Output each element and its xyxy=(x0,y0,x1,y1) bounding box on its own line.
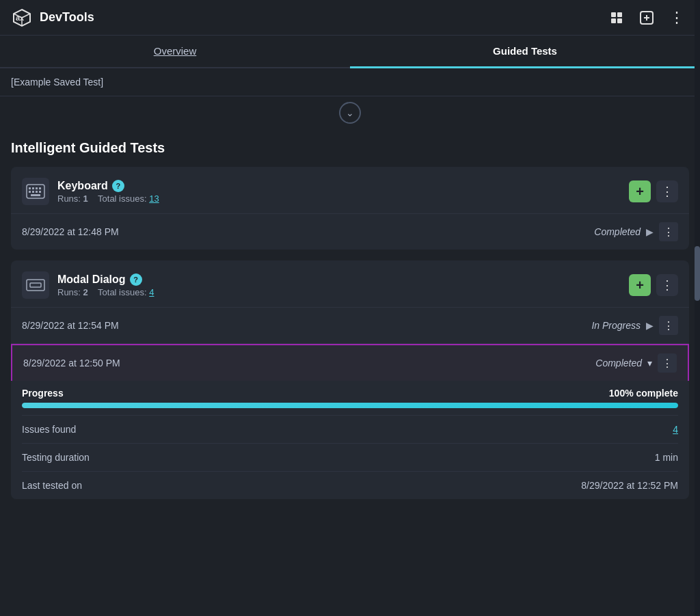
test-name-modal: Modal Dialog ? xyxy=(57,273,154,286)
modal-more-button[interactable]: ⋮ xyxy=(656,274,678,296)
svg-rect-23 xyxy=(30,283,41,287)
modal-status-text-1: In Progress xyxy=(591,320,641,331)
svg-rect-19 xyxy=(36,191,38,193)
keyboard-run-more-1[interactable]: ⋮ xyxy=(659,222,678,241)
svg-rect-15 xyxy=(36,187,38,189)
test-name-keyboard: Keyboard ? xyxy=(57,180,159,192)
modal-run-more-1[interactable]: ⋮ xyxy=(659,316,678,335)
testing-duration-value: 1 min xyxy=(655,452,678,463)
header-left: ax DevTools xyxy=(11,7,94,29)
progress-label: Progress xyxy=(22,388,64,399)
modal-run-date-1: 8/29/2022 at 12:54 PM xyxy=(22,320,119,331)
modal-status-arrow-1: ▶ xyxy=(646,320,654,331)
svg-rect-18 xyxy=(32,191,34,193)
modal-run-status-1: In Progress ▶ ⋮ xyxy=(591,316,678,335)
svg-rect-6 xyxy=(617,12,622,17)
add-tab-button[interactable] xyxy=(634,5,659,30)
keyboard-issues-link[interactable]: 13 xyxy=(149,193,159,204)
list-view-button[interactable] xyxy=(604,5,629,30)
modal-run-status-2: Completed ▾ ⋮ xyxy=(595,353,677,373)
progress-value: 100% complete xyxy=(609,388,678,399)
keyboard-icon xyxy=(22,178,49,205)
progress-bar-container xyxy=(22,403,678,408)
header-actions: ⋮ xyxy=(604,5,689,30)
progress-bar-fill xyxy=(22,403,678,408)
issues-found-row: Issues found 4 xyxy=(22,416,678,444)
issues-found-value[interactable]: 4 xyxy=(673,424,678,435)
modal-run-details: Progress 100% complete Issues found 4 Te… xyxy=(11,381,689,499)
test-card-modal-header-left: Modal Dialog ? Runs: 2 Total issues: 4 xyxy=(22,271,154,299)
test-meta-keyboard: Runs: 1 Total issues: 13 xyxy=(57,193,159,204)
modal-run-row-2[interactable]: 8/29/2022 at 12:50 PM Completed ▾ ⋮ xyxy=(11,344,689,381)
test-card-keyboard-actions: + ⋮ xyxy=(629,180,678,202)
test-card-keyboard-header: Keyboard ? Runs: 1 Total issues: 13 + ⋮ xyxy=(11,167,689,214)
modal-run-date-2: 8/29/2022 at 12:50 PM xyxy=(23,358,120,369)
scrollbar-track[interactable] xyxy=(695,0,700,616)
app-title: DevTools xyxy=(40,10,94,25)
modal-add-button[interactable]: + xyxy=(629,274,651,296)
svg-rect-8 xyxy=(617,18,622,23)
keyboard-run-date-1: 8/29/2022 at 12:48 PM xyxy=(22,226,119,237)
testing-duration-row: Testing duration 1 min xyxy=(22,444,678,472)
modal-status-arrow-2: ▾ xyxy=(647,358,652,369)
tab-bar: Overview Guided Tests xyxy=(0,36,700,68)
test-card-modal-header: Modal Dialog ? Runs: 2 Total issues: 4 +… xyxy=(11,260,689,308)
keyboard-more-button[interactable]: ⋮ xyxy=(656,180,678,202)
svg-rect-20 xyxy=(39,191,41,193)
progress-header: Progress 100% complete xyxy=(22,388,678,399)
app-header: ax DevTools ⋮ xyxy=(0,0,700,36)
keyboard-help-icon[interactable]: ? xyxy=(112,180,124,192)
test-card-modal-dialog: Modal Dialog ? Runs: 2 Total issues: 4 +… xyxy=(11,260,689,499)
section-title: Intelligent Guided Tests xyxy=(11,140,689,156)
last-tested-row: Last tested on 8/29/2022 at 12:52 PM xyxy=(22,472,678,499)
svg-rect-5 xyxy=(611,12,616,17)
breadcrumb: [Example Saved Test] xyxy=(11,77,103,88)
keyboard-run-status-1: Completed ▶ ⋮ xyxy=(594,222,678,241)
scrollbar-thumb[interactable] xyxy=(695,246,700,301)
svg-rect-16 xyxy=(39,187,41,189)
svg-rect-7 xyxy=(611,18,616,23)
keyboard-add-button[interactable]: + xyxy=(629,180,651,202)
breadcrumb-bar: [Example Saved Test] xyxy=(0,68,700,96)
svg-rect-13 xyxy=(29,187,31,189)
last-tested-label: Last tested on xyxy=(22,480,82,491)
keyboard-status-arrow-1: ▶ xyxy=(646,226,654,237)
modal-run-row-1[interactable]: 8/29/2022 at 12:54 PM In Progress ▶ ⋮ xyxy=(11,308,689,344)
modal-help-icon[interactable]: ? xyxy=(130,273,142,286)
tab-guided-tests[interactable]: Guided Tests xyxy=(350,36,700,68)
svg-rect-21 xyxy=(31,194,40,196)
svg-rect-17 xyxy=(29,191,31,193)
test-card-modal-actions: + ⋮ xyxy=(629,274,678,296)
collapse-row: ⌄ xyxy=(0,96,700,129)
modal-dialog-icon xyxy=(22,271,49,299)
keyboard-status-text-1: Completed xyxy=(594,226,641,237)
test-meta-modal: Runs: 2 Total issues: 4 xyxy=(57,287,154,297)
keyboard-run-row-1[interactable]: 8/29/2022 at 12:48 PM Completed ▶ ⋮ xyxy=(11,214,689,250)
testing-duration-label: Testing duration xyxy=(22,452,90,463)
test-info-modal: Modal Dialog ? Runs: 2 Total issues: 4 xyxy=(57,273,154,297)
modal-issues-link[interactable]: 4 xyxy=(149,287,154,297)
test-info-keyboard: Keyboard ? Runs: 1 Total issues: 13 xyxy=(57,180,159,204)
tab-overview[interactable]: Overview xyxy=(0,36,350,68)
devtools-logo: ax xyxy=(11,7,33,29)
modal-status-text-2: Completed xyxy=(595,358,642,369)
progress-section: Progress 100% complete xyxy=(22,381,678,416)
svg-rect-22 xyxy=(27,280,44,291)
main-content: Intelligent Guided Tests xyxy=(0,129,700,499)
last-tested-value: 8/29/2022 at 12:52 PM xyxy=(581,480,678,491)
issues-found-label: Issues found xyxy=(22,424,76,435)
chevron-down-icon: ⌄ xyxy=(346,107,354,118)
modal-run-more-2[interactable]: ⋮ xyxy=(658,353,677,373)
collapse-button[interactable]: ⌄ xyxy=(339,102,361,124)
test-card-keyboard-header-left: Keyboard ? Runs: 1 Total issues: 13 xyxy=(22,178,159,205)
more-options-button[interactable]: ⋮ xyxy=(664,5,689,30)
more-vert-icon: ⋮ xyxy=(669,10,684,25)
svg-rect-14 xyxy=(32,187,34,189)
test-card-keyboard: Keyboard ? Runs: 1 Total issues: 13 + ⋮ xyxy=(11,167,689,250)
